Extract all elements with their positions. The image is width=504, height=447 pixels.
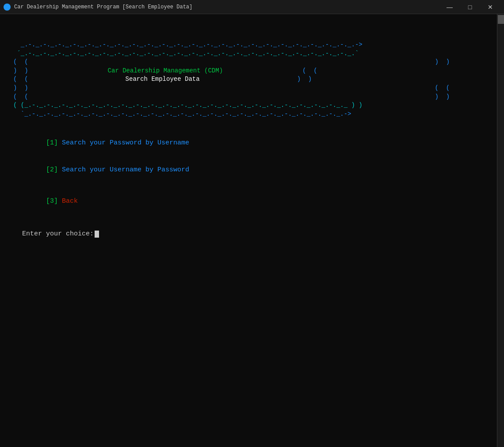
menu-item-3-bracket: [3] [46, 197, 58, 205]
menu-section: [1] Search your Password by Username [2]… [13, 132, 484, 212]
menu-item-1-bracket: [1] [46, 139, 58, 147]
title-bar: ● Car Dealership Management Program [Sea… [0, 0, 504, 14]
banner-outer-bottom: `_.-._.-._.-._.-._.-._.-._.-._.-._.-._.-… [13, 110, 484, 119]
banner: _.-._.-._.-._.-._.-._.-._.-._.-._.-._.-.… [13, 41, 484, 118]
banner-row2: ) )Car Dealership Management (CDM)( ( [13, 67, 484, 76]
maximize-button[interactable]: □ [460, 0, 480, 14]
banner-inner-top: ´_.-._.-._.-._.-._.-._.-._.-._.-._.-._.-… [13, 49, 484, 58]
menu-item-3[interactable]: [3] Back [22, 190, 484, 212]
banner-row1: ( () ) [13, 58, 484, 67]
banner-row4: ) )( ( [13, 84, 484, 93]
banner-row3: ( (Search Employee Data) ) [13, 75, 484, 84]
banner-outer-top: _.-._.-._.-._.-._.-._.-._.-._.-._.-._.-.… [13, 41, 484, 49]
window-controls: — □ ✕ [439, 0, 500, 14]
menu-item-2-bracket: [2] [46, 166, 58, 174]
scrollbar[interactable] [497, 14, 504, 447]
prompt-text: Enter your choice: [22, 230, 94, 238]
prompt-line: Enter your choice: [13, 230, 484, 238]
scrollbar-thumb[interactable] [498, 15, 504, 24]
cursor-blink [95, 231, 99, 238]
close-button[interactable]: ✕ [480, 0, 500, 14]
window-title: Car Dealership Management Program [Searc… [14, 4, 192, 10]
menu-item-1-text: Search your Password by Username [58, 139, 189, 147]
menu-item-3-text: Back [58, 197, 78, 205]
minimize-button[interactable]: — [439, 0, 460, 14]
app-icon: ● [4, 4, 11, 11]
title-bar-left: ● Car Dealership Management Program [Sea… [4, 4, 192, 11]
menu-item-2-text: Search your Username by Password [58, 166, 189, 174]
terminal-area: _.-._.-._.-._.-._.-._.-._.-._.-._.-._.-.… [0, 14, 497, 447]
menu-item-1[interactable]: [1] Search your Password by Username [22, 132, 484, 154]
banner-row5: ( () ) [13, 93, 484, 102]
menu-item-2[interactable]: [2] Search your Username by Password [22, 159, 484, 181]
banner-inner-bottom: ( (_.-._.-._.-._.-._.-._.-._.-._.-._.-._… [13, 101, 484, 110]
